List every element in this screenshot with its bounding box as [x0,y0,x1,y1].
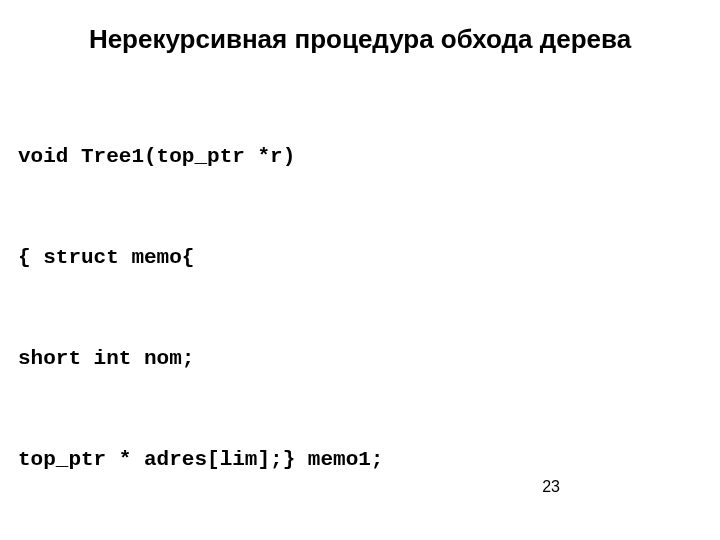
code-block: void Tree1(top_ptr *r) { struct memo{ sh… [18,73,692,540]
slide: Нерекурсивная процедура обхода дерева vo… [0,0,720,540]
code-line: void Tree1(top_ptr *r) [18,140,692,174]
code-line: short int nom; [18,342,692,376]
slide-title: Нерекурсивная процедура обхода дерева [28,24,692,55]
page-number: 23 [542,478,560,496]
code-line: top_ptr * adres[lim];} memo1; [18,443,692,477]
code-line: { struct memo{ [18,241,692,275]
